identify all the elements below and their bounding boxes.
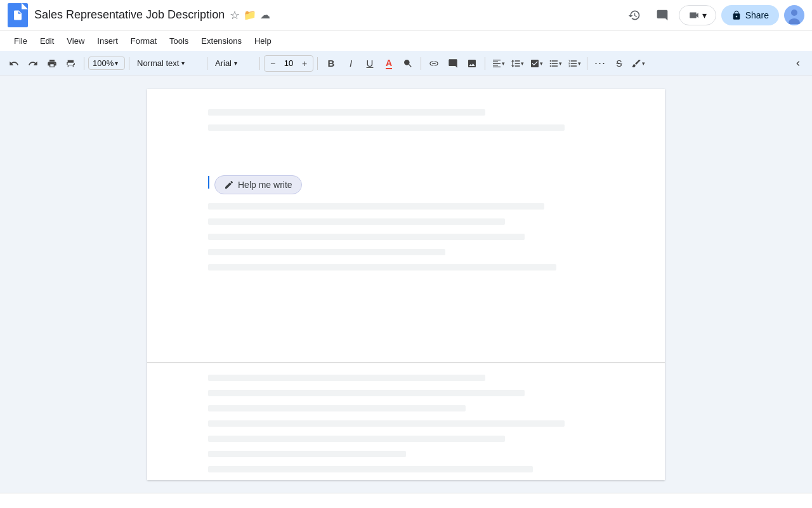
menu-format[interactable]: Format [124,34,163,48]
insert-image-button[interactable] [463,55,481,72]
share-label: Share [745,10,769,20]
menu-tools[interactable]: Tools [163,34,195,48]
menu-extensions[interactable]: Extensions [195,34,248,48]
font-size-control: − 10 + [264,55,313,72]
toolbar-divider-6 [421,57,421,70]
status-bar [0,493,812,508]
highlight-button[interactable] [399,55,417,72]
meet-button[interactable]: ▾ [679,5,716,25]
toolbar-divider-5 [317,57,318,70]
title-bar: Sales Representative Job Description ☆ 📁… [0,0,812,30]
toolbar: 100% ▾ Normal text ▾ Arial ▾ − 10 + B I … [0,51,812,76]
user-avatar[interactable] [784,5,804,25]
placeholder-lines-bottom [208,375,604,481]
zoom-arrow-icon: ▾ [115,60,118,67]
cloud-saved-icon[interactable]: ☁ [260,9,270,21]
italic-icon: I [350,58,352,69]
page-break-line [147,362,665,363]
redo-button[interactable] [24,55,42,72]
cursor-area: Help me write [208,175,604,194]
paint-format-button[interactable] [62,55,80,72]
placeholder-lines-middle [208,203,604,279]
star-icon[interactable]: ☆ [230,8,240,22]
strikethrough-icon: S [616,58,622,69]
bold-icon: B [328,58,335,69]
text-color-icon: A [386,58,392,69]
menu-help[interactable]: Help [248,34,278,48]
font-dropdown[interactable]: Arial ▾ [211,57,256,70]
menu-insert[interactable]: Insert [91,34,124,48]
text-color-button[interactable]: A [380,55,398,72]
font-size-increase-button[interactable]: + [298,57,311,70]
text-style-label: Normal text [137,58,179,68]
text-style-arrow-icon: ▾ [181,60,185,67]
italic-button[interactable]: I [342,55,360,72]
print-button[interactable] [43,55,61,72]
add-comment-button[interactable] [444,55,462,72]
text-style-dropdown[interactable]: Normal text ▾ [133,57,203,70]
toolbar-divider-1 [84,57,84,70]
text-cursor [208,176,209,189]
checklist-button[interactable]: ▾ [527,55,545,72]
document-area: Help me write [0,76,812,493]
google-docs-icon [8,3,28,27]
placeholder-lines-top [208,109,604,140]
menu-edit[interactable]: Edit [34,34,60,48]
more-toolbar-button[interactable]: ··· [591,55,609,72]
toolbar-divider-4 [259,57,260,70]
underline-button[interactable]: U [361,55,379,72]
history-button[interactable] [623,4,646,27]
title-right: ▾ Share [623,4,804,27]
help-me-write-label: Help me write [238,180,292,190]
font-size-plus-icon: + [302,58,307,69]
menu-view[interactable]: View [60,34,91,48]
toolbar-divider-7 [485,57,485,70]
more-icon: ··· [594,57,606,70]
font-size-minus-icon: − [270,58,275,69]
bullet-list-button[interactable]: ▾ [546,55,564,72]
numbered-list-button[interactable]: ▾ [565,55,583,72]
menu-bar: File Edit View Insert Format Tools Exten… [0,30,812,51]
meet-label: ▾ [702,10,707,20]
collapse-toolbar-button[interactable] [789,55,807,72]
font-label: Arial [215,58,232,68]
title-actions: ☆ 📁 ☁ [230,8,270,22]
strikethrough-button[interactable]: S [610,55,628,72]
font-size-decrease-button[interactable]: − [266,57,280,70]
zoom-dropdown[interactable]: 100% ▾ [88,57,125,70]
menu-file[interactable]: File [8,34,34,48]
document-page: Help me write [147,89,665,480]
align-button[interactable]: ▾ [489,55,507,72]
folder-icon[interactable]: 📁 [244,9,256,21]
svg-point-1 [791,10,797,16]
toolbar-divider-3 [207,57,207,70]
bold-button[interactable]: B [322,55,341,72]
share-button[interactable]: Share [721,5,779,25]
undo-button[interactable] [5,55,23,72]
toolbar-divider-8 [587,57,587,70]
help-me-write-button[interactable]: Help me write [214,175,302,194]
link-button[interactable] [425,55,443,72]
comment-button[interactable] [651,4,674,27]
document-title[interactable]: Sales Representative Job Description [34,8,225,22]
zoom-value: 100% [93,58,114,68]
line-spacing-button[interactable]: ▾ [508,55,526,72]
underline-icon: U [367,58,374,69]
toolbar-divider-2 [129,57,129,70]
paint-brush-button[interactable]: ▾ [629,55,647,72]
font-arrow-icon: ▾ [234,60,237,67]
font-size-value[interactable]: 10 [280,58,298,68]
